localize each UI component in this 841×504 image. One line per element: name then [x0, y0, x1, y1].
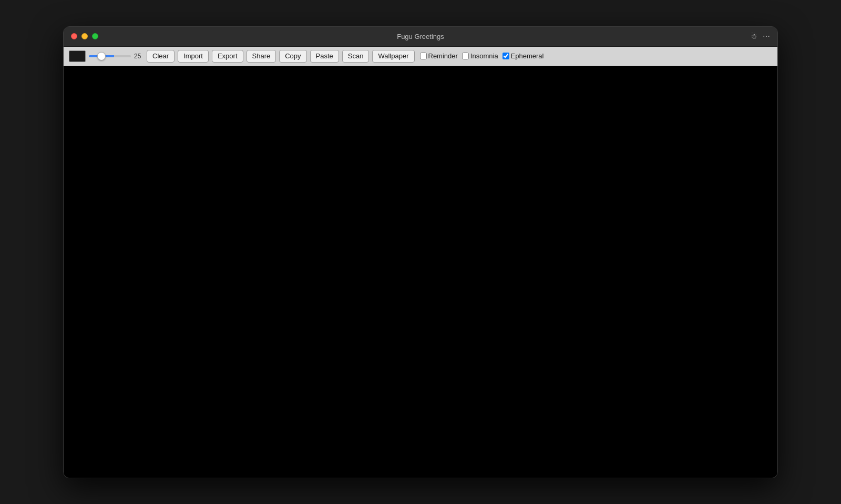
ephemeral-checkbox-label[interactable]: Ephemeral [502, 52, 544, 60]
reminder-checkbox[interactable] [420, 53, 427, 59]
title-bar-actions: ☃ ⋯ [751, 32, 770, 40]
color-swatch[interactable] [69, 50, 86, 62]
size-slider[interactable] [89, 55, 131, 57]
traffic-lights [71, 33, 98, 39]
title-bar: Fugu Greetings ☃ ⋯ [64, 27, 777, 47]
maximize-button[interactable] [92, 33, 98, 39]
ephemeral-label: Ephemeral [511, 52, 544, 60]
clear-button[interactable]: Clear [147, 50, 175, 63]
main-canvas[interactable] [64, 66, 777, 478]
copy-button[interactable]: Copy [279, 50, 306, 63]
ephemeral-checkbox[interactable] [502, 53, 509, 59]
paste-button[interactable]: Paste [310, 50, 339, 63]
puzzle-icon[interactable]: ☃ [751, 32, 757, 40]
scan-button[interactable]: Scan [342, 50, 370, 63]
window-title: Fugu Greetings [397, 33, 444, 40]
app-window: Fugu Greetings ☃ ⋯ 25 Clear Import Expor… [63, 26, 778, 478]
checkbox-group: Reminder Insomnia Ephemeral [420, 52, 547, 60]
reminder-checkbox-label[interactable]: Reminder [420, 52, 458, 60]
insomnia-checkbox-label[interactable]: Insomnia [462, 52, 498, 60]
close-button[interactable] [71, 33, 77, 39]
minimize-button[interactable] [81, 33, 88, 39]
insomnia-label: Insomnia [470, 52, 498, 60]
reminder-label: Reminder [428, 52, 458, 60]
wallpaper-button[interactable]: Wallpaper [372, 50, 414, 63]
import-button[interactable]: Import [178, 50, 209, 63]
slider-value: 25 [134, 53, 143, 60]
slider-container: 25 [89, 53, 143, 60]
toolbar: 25 Clear Import Export Share Copy Paste … [64, 47, 777, 66]
ellipsis-icon[interactable]: ⋯ [763, 32, 770, 40]
share-button[interactable]: Share [247, 50, 276, 63]
export-button[interactable]: Export [212, 50, 243, 63]
insomnia-checkbox[interactable] [462, 53, 469, 59]
